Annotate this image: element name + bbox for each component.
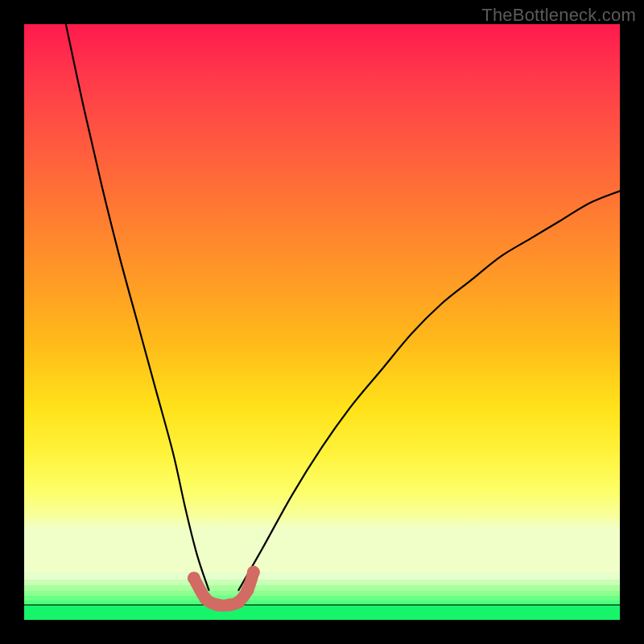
trough-marker: [247, 566, 260, 579]
chart-frame: TheBottleneck.com: [0, 0, 644, 644]
trough-marker: [200, 592, 213, 605]
trough-marker: [212, 599, 225, 612]
curve-right-branch: [238, 191, 620, 590]
curve-left-branch: [66, 24, 209, 590]
watermark-text: TheBottleneck.com: [481, 5, 636, 26]
trough-marker: [242, 584, 254, 597]
trough-marker: [232, 596, 245, 609]
plot-area: [24, 24, 620, 620]
trough-marker-group: [188, 566, 260, 612]
trough-marker: [188, 572, 200, 584]
curve-layer: [24, 24, 620, 620]
